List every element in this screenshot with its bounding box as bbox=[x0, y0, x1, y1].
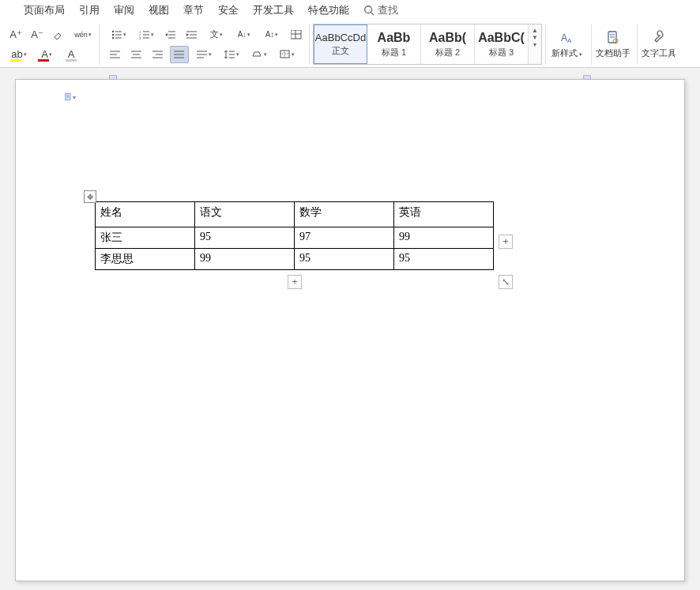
scroll-down-icon[interactable]: ▼ bbox=[532, 34, 538, 41]
table-cell[interactable]: 97 bbox=[295, 227, 394, 249]
new-style-button[interactable]: AA 新样式 ▾ bbox=[545, 24, 588, 65]
align-center-button[interactable] bbox=[127, 46, 146, 63]
menu-features[interactable]: 特色功能 bbox=[308, 3, 349, 17]
menu-review[interactable]: 审阅 bbox=[114, 3, 134, 17]
table-cell[interactable]: 95 bbox=[295, 249, 394, 270]
svg-point-4 bbox=[111, 33, 113, 35]
distribute-button[interactable]: ▾ bbox=[191, 46, 216, 63]
add-row-button[interactable]: + bbox=[288, 275, 302, 289]
align-left-button[interactable] bbox=[106, 46, 125, 63]
highlight-button[interactable]: ab▾ bbox=[6, 46, 32, 63]
align-left-icon bbox=[110, 50, 121, 59]
style-preview: AaBb( bbox=[429, 31, 466, 45]
align-right-button[interactable] bbox=[149, 46, 167, 63]
svg-point-6 bbox=[111, 36, 113, 38]
style-label: 标题 1 bbox=[382, 47, 406, 58]
table-row[interactable]: 张三 95 97 99 bbox=[96, 227, 494, 249]
text-tools-label: 文字工具 bbox=[642, 47, 676, 59]
svg-text:A: A bbox=[561, 32, 567, 43]
style-label: 正文 bbox=[332, 45, 349, 57]
increase-indent-button[interactable] bbox=[183, 26, 201, 43]
menu-chapter[interactable]: 章节 bbox=[183, 3, 204, 17]
paragraph-group: ▾ 123▾ 文▾ A↓▾ A↕▾ ▾ ▾ ▾ ▾ bbox=[103, 24, 310, 65]
svg-line-1 bbox=[371, 13, 374, 16]
style-heading2[interactable]: AaBb( 标题 2 bbox=[421, 24, 475, 64]
clear-format-button[interactable] bbox=[49, 26, 68, 43]
style-label: 标题 3 bbox=[489, 47, 514, 58]
table-cell[interactable]: 李思思 bbox=[96, 249, 195, 270]
table-move-handle[interactable]: ✥ bbox=[84, 190, 96, 203]
change-case-button[interactable]: A↓▾ bbox=[231, 26, 257, 43]
doc-assist-button[interactable]: 文档助手 bbox=[591, 24, 634, 65]
gallery-expand-icon[interactable]: ▾ bbox=[533, 41, 536, 48]
header-cell[interactable]: 姓名 bbox=[96, 202, 195, 227]
new-style-label: 新样式 ▾ bbox=[551, 47, 582, 59]
document-area: ▾ ✥ 姓名 语文 数学 英语 张三 95 97 99 李思思 bbox=[0, 68, 700, 590]
shading-button[interactable]: ▾ bbox=[247, 46, 272, 63]
borders-button[interactable]: ▾ bbox=[274, 46, 299, 63]
page-tag-icon[interactable]: ▾ bbox=[65, 91, 76, 103]
align-center-icon bbox=[131, 50, 142, 59]
table-row[interactable]: 李思思 99 95 95 bbox=[96, 249, 494, 270]
add-column-button[interactable]: + bbox=[499, 235, 513, 249]
borders-icon bbox=[280, 50, 291, 59]
document-table-wrap: ✥ 姓名 语文 数学 英语 张三 95 97 99 李思思 99 95 bbox=[95, 201, 494, 270]
document-table[interactable]: 姓名 语文 数学 英语 张三 95 97 99 李思思 99 95 95 bbox=[95, 201, 494, 270]
header-cell[interactable]: 语文 bbox=[195, 202, 295, 227]
wrench-icon bbox=[651, 30, 667, 46]
char-shading-button[interactable]: A bbox=[62, 46, 81, 63]
menu-security[interactable]: 安全 bbox=[218, 3, 239, 17]
menu-bar: 页面布局 引用 审阅 视图 章节 安全 开发工具 特色功能 查找 bbox=[0, 0, 700, 21]
indent-icon bbox=[186, 30, 198, 39]
table-resize-handle[interactable]: ⤡ bbox=[499, 275, 513, 289]
menu-view[interactable]: 视图 bbox=[149, 3, 169, 17]
search-icon bbox=[363, 5, 374, 16]
table-cell[interactable]: 张三 bbox=[96, 227, 195, 249]
grow-font-button[interactable]: A⁺ bbox=[6, 26, 25, 43]
phonetic-guide-button[interactable]: wén▾ bbox=[70, 26, 96, 43]
gallery-scroll[interactable]: ▲ ▼ ▾ bbox=[529, 24, 541, 51]
menu-developer[interactable]: 开发工具 bbox=[253, 3, 294, 17]
search-box[interactable]: 查找 bbox=[363, 3, 398, 17]
style-preview: AaBbCcDd bbox=[315, 32, 366, 43]
insert-table-button[interactable] bbox=[287, 26, 306, 43]
ruler-left-marker[interactable] bbox=[109, 75, 117, 80]
scroll-up-icon[interactable]: ▲ bbox=[532, 27, 538, 34]
style-normal[interactable]: AaBbCcDd 正文 bbox=[314, 24, 367, 64]
table-header-row[interactable]: 姓名 语文 数学 英语 bbox=[96, 202, 494, 227]
line-spacing-icon bbox=[224, 50, 235, 59]
line-spacing-button[interactable]: ▾ bbox=[219, 46, 244, 63]
table-cell[interactable]: 95 bbox=[394, 249, 494, 270]
table-cell[interactable]: 95 bbox=[195, 227, 295, 249]
menu-page-layout[interactable]: 页面布局 bbox=[24, 3, 65, 17]
style-preview: AaBbC( bbox=[478, 31, 525, 45]
doc-assist-icon bbox=[605, 30, 621, 46]
style-heading3[interactable]: AaBbC( 标题 3 bbox=[475, 24, 529, 64]
eraser-icon bbox=[53, 29, 64, 40]
numbering-button[interactable]: 123▾ bbox=[134, 26, 159, 43]
header-cell[interactable]: 数学 bbox=[295, 202, 394, 227]
style-gallery: AaBbCcDd 正文 AaBb 标题 1 AaBb( 标题 2 AaBbC( … bbox=[313, 24, 542, 65]
style-heading1[interactable]: AaBb 标题 1 bbox=[367, 24, 421, 64]
shrink-font-button[interactable]: A⁻ bbox=[28, 26, 47, 43]
font-color-button[interactable]: A▾ bbox=[34, 46, 59, 63]
decrease-indent-button[interactable] bbox=[161, 26, 180, 43]
justify-button[interactable] bbox=[170, 46, 189, 63]
table-icon bbox=[291, 30, 302, 39]
search-label: 查找 bbox=[378, 3, 398, 17]
doc-assist-label: 文档助手 bbox=[596, 47, 630, 59]
document-page[interactable]: ▾ ✥ 姓名 语文 数学 英语 张三 95 97 99 李思思 bbox=[15, 79, 685, 581]
header-cell[interactable]: 英语 bbox=[394, 202, 494, 227]
table-cell[interactable]: 99 bbox=[195, 249, 295, 270]
font-group: A⁺ A⁻ wén▾ ab▾ A▾ A bbox=[3, 24, 100, 65]
bucket-icon bbox=[252, 50, 263, 59]
menu-references[interactable]: 引用 bbox=[79, 3, 100, 17]
sort-button[interactable]: A↕▾ bbox=[259, 26, 284, 43]
style-label: 标题 2 bbox=[435, 47, 460, 58]
bullets-button[interactable]: ▾ bbox=[106, 26, 131, 43]
text-tools-button[interactable]: 文字工具 bbox=[637, 24, 679, 65]
text-direction-button[interactable]: 文▾ bbox=[204, 26, 229, 43]
ruler-right-marker[interactable] bbox=[583, 75, 591, 80]
svg-point-0 bbox=[365, 6, 372, 13]
table-cell[interactable]: 99 bbox=[394, 227, 494, 249]
